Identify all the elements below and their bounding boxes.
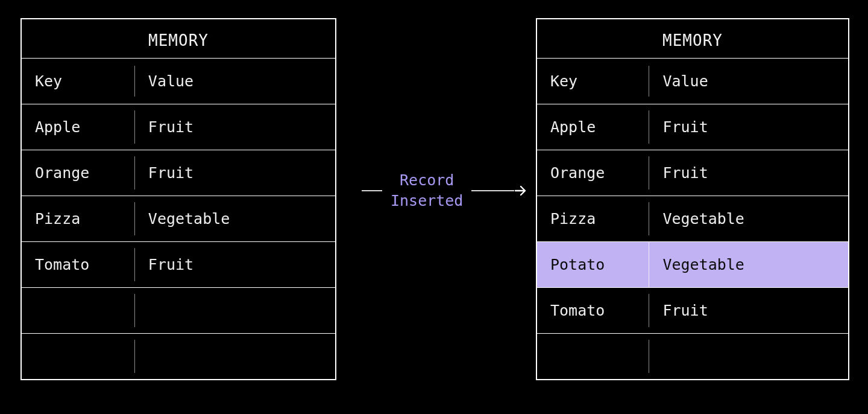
table-row: Pizza Vegetable — [22, 196, 335, 241]
arrow-body — [471, 190, 514, 191]
arrow-tail — [362, 190, 382, 191]
table-title: MEMORY — [22, 19, 335, 58]
cell-value — [135, 334, 335, 379]
cell-value: Fruit — [649, 150, 848, 196]
cell-value: Vegetable — [135, 196, 335, 241]
cell-key: Tomato — [537, 288, 649, 333]
column-header-key: Key — [22, 59, 134, 104]
cell-value: Fruit — [649, 104, 848, 150]
column-header-value: Value — [135, 59, 335, 104]
column-header-key: Key — [537, 59, 649, 104]
table-header-row: Key Value — [22, 58, 335, 104]
cell-key: Orange — [22, 150, 134, 196]
transition-caption: Record Inserted RecordInserted — [382, 170, 471, 211]
cell-value: Fruit — [135, 242, 335, 287]
table-title: MEMORY — [537, 19, 848, 58]
cell-key: Tomato — [22, 242, 134, 287]
table-row-empty — [22, 333, 335, 379]
table-row-inserted: Potato Vegetable — [537, 241, 848, 287]
table-header-row: Key Value — [537, 58, 848, 104]
cell-key: Potato — [537, 242, 649, 287]
cell-value: Fruit — [649, 288, 848, 333]
table-row: Pizza Vegetable — [537, 196, 848, 241]
cell-value: Fruit — [135, 104, 335, 150]
cell-key: Pizza — [537, 196, 649, 241]
transition-arrow: Record Inserted RecordInserted — [362, 170, 527, 211]
table-row-empty — [22, 287, 335, 333]
table-row: Orange Fruit — [537, 150, 848, 196]
cell-key: Pizza — [22, 196, 134, 241]
table-row: Orange Fruit — [22, 150, 335, 196]
cell-key: Orange — [537, 150, 649, 196]
cell-value: Vegetable — [649, 196, 848, 241]
cell-value: Fruit — [135, 150, 335, 196]
memory-table-after: MEMORY Key Value Apple Fruit Orange Frui… — [536, 18, 849, 380]
cell-value — [649, 334, 848, 379]
diagram-stage: MEMORY Key Value Apple Fruit Orange Frui… — [0, 0, 868, 414]
cell-value: Vegetable — [649, 242, 848, 287]
arrow-right-icon — [514, 184, 527, 197]
cell-key — [22, 288, 134, 333]
cell-key: Apple — [537, 104, 649, 150]
table-row: Apple Fruit — [22, 104, 335, 150]
cell-value — [135, 288, 335, 333]
cell-key: Apple — [22, 104, 134, 150]
cell-key — [537, 334, 649, 379]
table-row: Tomato Fruit — [537, 287, 848, 333]
cell-key — [22, 334, 134, 379]
table-row-empty — [537, 333, 848, 379]
table-row: Tomato Fruit — [22, 241, 335, 287]
table-row: Apple Fruit — [537, 104, 848, 150]
column-header-value: Value — [649, 59, 848, 104]
memory-table-before: MEMORY Key Value Apple Fruit Orange Frui… — [20, 18, 336, 380]
